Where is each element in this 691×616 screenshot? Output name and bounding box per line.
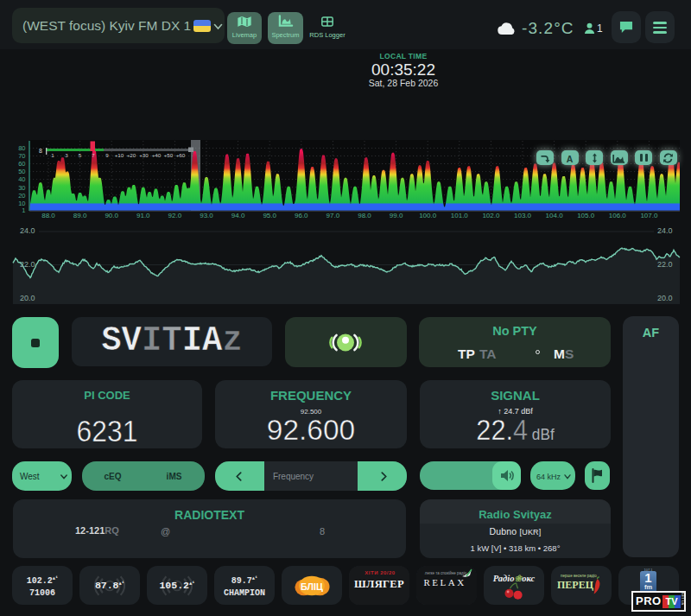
- svg-text:100.0: 100.0: [419, 212, 437, 219]
- svg-text:96.0: 96.0: [295, 212, 308, 219]
- svg-text:89.0: 89.0: [73, 212, 87, 219]
- svg-text:+50: +50: [164, 152, 174, 158]
- svg-text:103.0: 103.0: [514, 212, 532, 219]
- svg-text:+10: +10: [115, 152, 124, 158]
- svg-text:60: 60: [18, 160, 25, 168]
- svg-text:102.0: 102.0: [482, 212, 500, 219]
- svg-text:22.0: 22.0: [20, 260, 35, 269]
- svg-text:20.0: 20.0: [20, 294, 35, 302]
- svg-text:+60: +60: [176, 152, 186, 158]
- svg-text:20: 20: [18, 192, 25, 200]
- svg-text:22.0: 22.0: [657, 260, 673, 269]
- svg-text:92.0: 92.0: [168, 212, 182, 219]
- svg-text:+20: +20: [127, 152, 136, 158]
- svg-text:98.0: 98.0: [358, 212, 371, 219]
- svg-text:90.0: 90.0: [105, 212, 118, 219]
- svg-text:105.0: 105.0: [577, 212, 595, 219]
- svg-text:+40: +40: [152, 152, 162, 158]
- svg-text:40: 40: [18, 175, 25, 183]
- svg-text:99.0: 99.0: [390, 212, 403, 219]
- svg-text:104.0: 104.0: [546, 212, 564, 219]
- svg-text:+30: +30: [139, 152, 149, 158]
- svg-text:106.0: 106.0: [609, 212, 627, 219]
- svg-text:9: 9: [105, 152, 109, 158]
- svg-text:80: 80: [18, 144, 25, 152]
- svg-text:93.0: 93.0: [200, 212, 213, 219]
- svg-text:БЛІЦ: БЛІЦ: [301, 581, 323, 592]
- svg-text:91.0: 91.0: [136, 212, 150, 219]
- svg-text:95.0: 95.0: [263, 212, 276, 219]
- svg-text:101.0: 101.0: [451, 212, 469, 219]
- svg-text:8: 8: [39, 148, 42, 154]
- svg-text:1: 1: [51, 152, 54, 158]
- svg-text:88.0: 88.0: [41, 212, 55, 219]
- svg-text:1: 1: [22, 206, 25, 214]
- svg-text:20.0: 20.0: [657, 294, 673, 302]
- svg-text:94.0: 94.0: [231, 212, 245, 219]
- svg-text:107.0: 107.0: [640, 212, 658, 219]
- svg-text:97.0: 97.0: [326, 212, 340, 219]
- svg-text:50: 50: [18, 168, 25, 175]
- svg-text:24.0: 24.0: [20, 226, 35, 235]
- svg-text:7: 7: [92, 152, 95, 158]
- svg-text:70: 70: [18, 152, 25, 160]
- svg-text:5: 5: [79, 152, 82, 158]
- svg-text:24.0: 24.0: [657, 226, 673, 235]
- svg-text:3: 3: [65, 152, 68, 158]
- svg-text:30: 30: [18, 184, 25, 192]
